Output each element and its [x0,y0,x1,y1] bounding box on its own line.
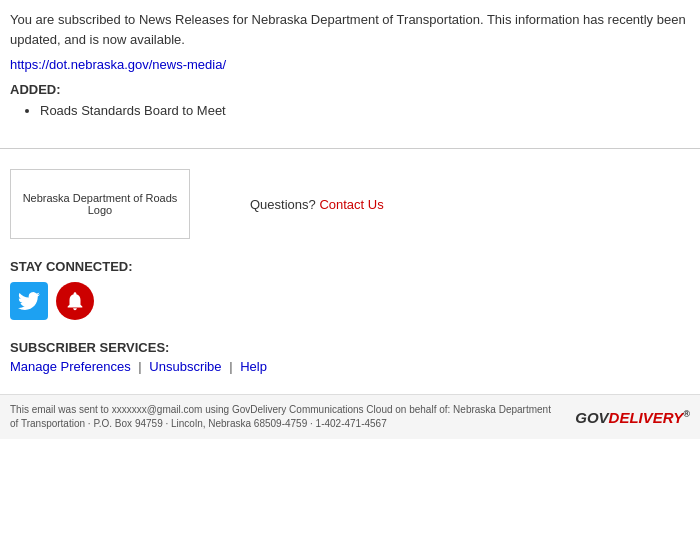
stay-connected-section: STAY CONNECTED: [0,249,700,336]
help-link[interactable]: Help [240,359,267,374]
subscriber-links: Manage Preferences | Unsubscribe | Help [10,359,690,374]
govdelivery-logo: GOVDELIVERY® [575,409,690,426]
logo-alt-text: Nebraska Department of Roads Logo [16,192,184,216]
stay-connected-label: STAY CONNECTED: [10,259,690,274]
trademark-symbol: ® [683,409,690,419]
notify-icon[interactable] [56,282,94,320]
twitter-icon[interactable] [10,282,48,320]
added-items-list: Roads Standards Board to Meet [40,103,690,118]
separator-1: | [138,359,145,374]
email-footer: This email was sent to xxxxxxx@gmail.com… [0,394,700,439]
questions-label: Questions? [250,197,316,212]
notify-svg [64,290,86,312]
intro-paragraph: You are subscribed to News Releases for … [10,10,690,49]
social-icons-container [10,282,690,320]
footer-disclaimer: This email was sent to xxxxxxx@gmail.com… [10,403,560,431]
delivery-part: DELIVERY [609,409,684,426]
footer-top-section: Nebraska Department of Roads Logo Questi… [0,159,700,249]
organization-logo: Nebraska Department of Roads Logo [10,169,190,239]
added-label: ADDED: [10,82,690,97]
email-body: You are subscribed to News Releases for … [0,0,700,118]
questions-section: Questions? Contact Us [250,197,384,212]
govdelivery-text: GOVDELIVERY® [575,409,690,426]
subscriber-services-section: SUBSCRIBER SERVICES: Manage Preferences … [0,336,700,384]
intro-text: You are subscribed to News Releases for … [10,12,686,47]
subscriber-label: SUBSCRIBER SERVICES: [10,340,690,355]
section-divider [0,148,700,149]
gov-part: GOV [575,409,608,426]
contact-us-link[interactable]: Contact Us [319,197,383,212]
news-media-link[interactable]: https://dot.nebraska.gov/news-media/ [10,57,690,72]
item-title: Roads Standards Board to Meet [40,103,226,118]
manage-preferences-link[interactable]: Manage Preferences [10,359,131,374]
list-item: Roads Standards Board to Meet [40,103,690,118]
separator-2: | [229,359,236,374]
unsubscribe-link[interactable]: Unsubscribe [149,359,221,374]
twitter-svg [18,290,40,312]
